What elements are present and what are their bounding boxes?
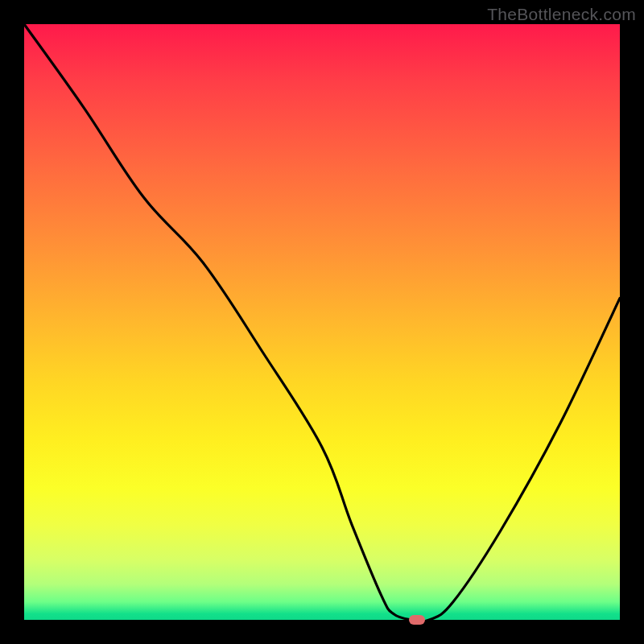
plot-area: [24, 24, 620, 620]
bottleneck-curve-path: [24, 24, 620, 621]
curve-svg: [24, 24, 620, 620]
watermark-text: TheBottleneck.com: [487, 5, 636, 24]
chart-frame: TheBottleneck.com: [0, 0, 644, 644]
optimum-marker: [409, 615, 425, 625]
